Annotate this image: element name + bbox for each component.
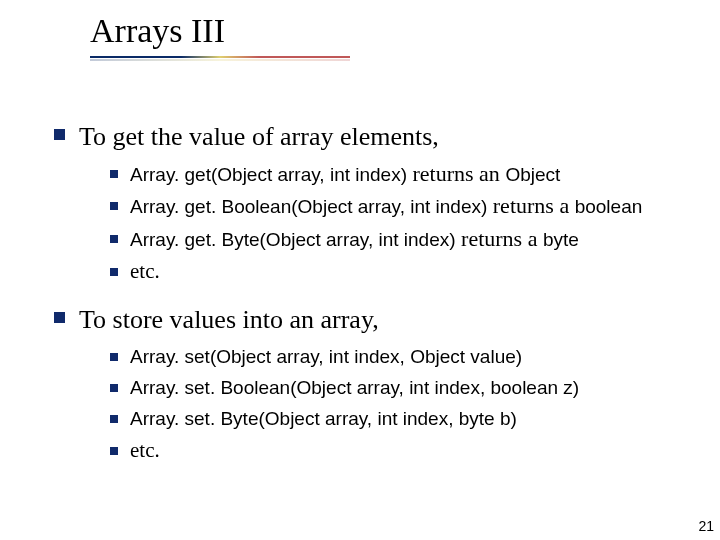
- list-item: Array. set. Byte(Object array, int index…: [110, 405, 674, 432]
- code-span: Array. set(Object array, int index, Obje…: [130, 346, 522, 367]
- item-text: Array. get(Object array, int index) retu…: [130, 160, 560, 189]
- mid-text: returns a: [487, 193, 574, 218]
- slide-title: Arrays III: [90, 12, 225, 50]
- square-bullet-icon: [110, 447, 118, 455]
- square-bullet-icon: [110, 235, 118, 243]
- item-text: etc.: [130, 258, 160, 285]
- square-bullet-icon: [110, 384, 118, 392]
- item-text: Array. set. Byte(Object array, int index…: [130, 405, 517, 432]
- list-item: Array. get(Object array, int index) retu…: [110, 160, 674, 189]
- section2-subitems: Array. set(Object array, int index, Obje…: [110, 343, 674, 464]
- mid-text: returns an: [407, 161, 505, 186]
- square-bullet-icon: [54, 129, 65, 140]
- bullet-lvl1: To store values into an array,: [54, 303, 674, 337]
- square-bullet-icon: [110, 170, 118, 178]
- section2-heading: To store values into an array,: [79, 303, 379, 337]
- tail-code: boolean: [575, 196, 643, 217]
- section1-heading: To get the value of array elements,: [79, 120, 439, 154]
- square-bullet-icon: [110, 202, 118, 210]
- square-bullet-icon: [110, 415, 118, 423]
- list-item: Array. set(Object array, int index, Obje…: [110, 343, 674, 370]
- item-text: etc.: [130, 437, 160, 464]
- page-number: 21: [698, 518, 714, 534]
- item-text: Array. set(Object array, int index, Obje…: [130, 343, 522, 370]
- square-bullet-icon: [54, 312, 65, 323]
- title-wrap: Arrays III: [90, 12, 225, 50]
- list-item: Array. set. Boolean(Object array, int in…: [110, 374, 674, 401]
- list-item: etc.: [110, 437, 674, 464]
- slide: Arrays III To get the value of array ele…: [0, 0, 720, 540]
- list-item: Array. get. Byte(Object array, int index…: [110, 225, 674, 254]
- tail-code: byte: [543, 229, 579, 250]
- section1-subitems: Array. get(Object array, int index) retu…: [110, 160, 674, 285]
- item-text: Array. get. Byte(Object array, int index…: [130, 225, 579, 254]
- code-span: Array. get(Object array, int index): [130, 164, 407, 185]
- mid-text: returns a: [456, 226, 543, 251]
- tail-code: Object: [505, 164, 560, 185]
- content: To get the value of array elements, Arra…: [54, 120, 674, 482]
- item-text: Array. set. Boolean(Object array, int in…: [130, 374, 579, 401]
- code-span: Array. get. Boolean(Object array, int in…: [130, 196, 487, 217]
- square-bullet-icon: [110, 268, 118, 276]
- list-item: etc.: [110, 258, 674, 285]
- item-text: Array. get. Boolean(Object array, int in…: [130, 192, 642, 221]
- title-underline: [90, 56, 350, 60]
- square-bullet-icon: [110, 353, 118, 361]
- list-item: Array. get. Boolean(Object array, int in…: [110, 192, 674, 221]
- code-span: Array. set. Boolean(Object array, int in…: [130, 377, 579, 398]
- bullet-lvl1: To get the value of array elements,: [54, 120, 674, 154]
- code-span: Array. get. Byte(Object array, int index…: [130, 229, 456, 250]
- code-span: Array. set. Byte(Object array, int index…: [130, 408, 517, 429]
